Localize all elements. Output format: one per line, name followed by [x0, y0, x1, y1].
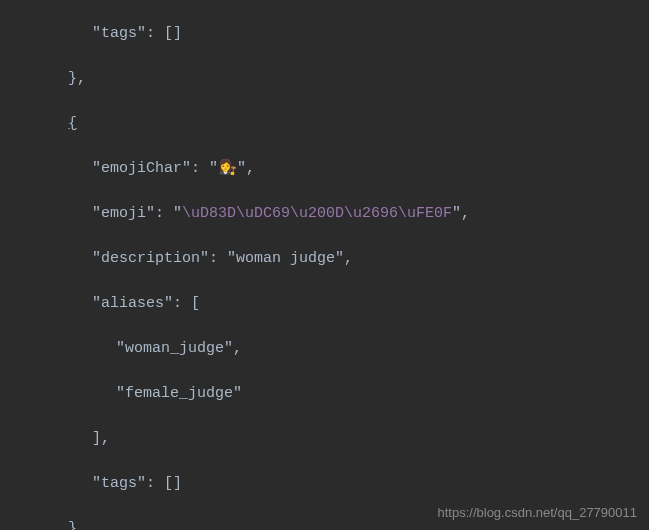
code-line: "female_judge" — [20, 383, 649, 406]
unicode-escape: \uD83D\uDC69\u200D\u2696\uFE0F — [182, 205, 452, 222]
json-brace: }, — [68, 70, 86, 87]
code-line: "description": "woman judge", — [20, 248, 649, 271]
json-value: : [] — [146, 475, 182, 492]
json-end: ", — [237, 160, 255, 177]
json-sep: : " — [155, 205, 182, 222]
json-value: : [] — [146, 25, 182, 42]
code-line: "emoji": "\uD83D\uDC69\u200D\u2696\uFE0F… — [20, 203, 649, 226]
json-key: "tags" — [92, 25, 146, 42]
json-string: "woman_judge", — [116, 340, 242, 357]
code-line: "emojiChar": "👩‍⚖️", — [20, 158, 649, 181]
json-bracket: ], — [92, 430, 110, 447]
json-string: "female_judge" — [116, 385, 242, 402]
watermark-url: https://blog.csdn.net/qq_27790011 — [438, 503, 638, 523]
code-line: "tags": [] — [20, 473, 649, 496]
code-line: { — [20, 113, 649, 136]
json-key: "aliases" — [92, 295, 173, 312]
json-value: : [ — [173, 295, 200, 312]
emoji-character: 👩‍⚖️ — [218, 160, 237, 177]
json-key: "description" — [92, 250, 209, 267]
code-line: "tags": [] — [20, 23, 649, 46]
json-brace: }, — [68, 520, 86, 531]
json-key: "emoji" — [92, 205, 155, 222]
code-line: ], — [20, 428, 649, 451]
code-line: "woman_judge", — [20, 338, 649, 361]
json-key: "emojiChar" — [92, 160, 191, 177]
code-block: "tags": [] }, { "emojiChar": "👩‍⚖️", "em… — [0, 0, 649, 530]
json-end: ", — [452, 205, 470, 222]
json-brace: { — [68, 115, 77, 132]
json-key: "tags" — [92, 475, 146, 492]
code-line: }, — [20, 68, 649, 91]
json-value: : "woman judge", — [209, 250, 353, 267]
code-line: "aliases": [ — [20, 293, 649, 316]
json-sep: : " — [191, 160, 218, 177]
